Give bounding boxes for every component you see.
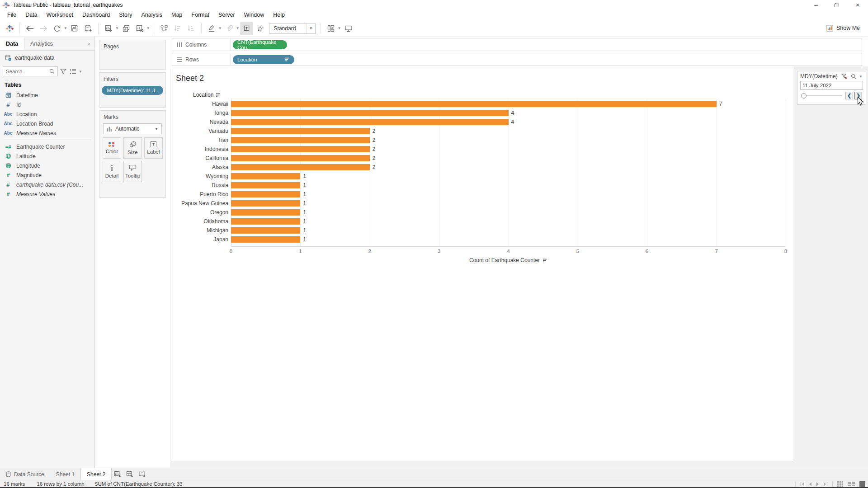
show-me-button[interactable]: Show Me (826, 22, 860, 34)
view-options-icon[interactable] (69, 68, 77, 75)
filter-pill-mdy-datetime[interactable]: MDY(Datetime): 11 J.. (102, 86, 163, 95)
columns-shelf[interactable]: Columns CNT(Earthquake Cou.. (172, 38, 862, 51)
bar-oklahoma[interactable] (231, 218, 300, 225)
menu-story[interactable]: Story (114, 10, 137, 19)
last-sheet-icon[interactable] (823, 482, 828, 486)
new-data-source-icon[interactable] (82, 22, 94, 35)
bar-michigan[interactable] (231, 227, 300, 234)
bar-hawaii[interactable] (231, 101, 717, 107)
field-measure-values[interactable]: #Measure Values (0, 189, 94, 199)
show-me-alt-icon[interactable] (325, 22, 337, 35)
clear-filter-funnel-icon[interactable] (840, 73, 848, 80)
menu-map[interactable]: Map (167, 10, 187, 19)
row-header-alaska[interactable]: Alaska (173, 164, 228, 170)
marks-size-button[interactable]: Size (123, 137, 142, 159)
show-me-alt-caret-icon[interactable]: ▼ (338, 26, 341, 30)
show-sheet-sorter-icon[interactable] (837, 481, 843, 487)
new-story-tab-button[interactable] (136, 468, 148, 480)
sort-ascending-icon[interactable] (171, 22, 184, 35)
fix-axes-pin-icon[interactable] (254, 22, 267, 35)
rows-shelf[interactable]: Rows Location (172, 53, 862, 66)
row-header-nevada[interactable]: Nevada (173, 119, 228, 125)
replay-icon[interactable] (51, 22, 63, 35)
save-button[interactable] (68, 22, 81, 35)
bar-papua-new-guinea[interactable] (231, 200, 300, 206)
field-location-broad[interactable]: AbcLocation-Broad (0, 119, 94, 128)
row-header-wyoming[interactable]: Wyoming (173, 173, 228, 179)
search-input[interactable] (5, 68, 48, 75)
quick-filter-slider[interactable]: ❮ ❯ (800, 91, 863, 100)
field-magnitude[interactable]: #Magnitude (0, 170, 94, 180)
bar-alaska[interactable] (231, 164, 370, 170)
quick-filter-caret-icon[interactable]: ▼ (859, 75, 863, 79)
bar-oregon[interactable] (231, 209, 300, 216)
header-sort-icon[interactable] (216, 93, 221, 97)
new-dashboard-tab-button[interactable] (124, 468, 136, 480)
tableau-home-icon[interactable] (3, 22, 16, 35)
slider-handle[interactable] (801, 93, 807, 99)
field-latitude[interactable]: Latitude (0, 151, 94, 161)
field-earthquake-data-csv-cou[interactable]: #earthquake-data.csv (Cou... (0, 180, 94, 189)
restore-button[interactable] (826, 0, 847, 10)
show-mark-labels-button[interactable] (241, 22, 253, 35)
row-header-iran[interactable]: Iran (173, 137, 228, 143)
menu-window[interactable]: Window (240, 10, 269, 19)
row-header-tonga[interactable]: Tonga (173, 110, 228, 116)
row-header-russia[interactable]: Russia (173, 182, 228, 188)
undo-button[interactable] (24, 22, 36, 35)
show-tabs-icon[interactable] (859, 481, 865, 487)
mark-type-dropdown[interactable]: Automatic ▼ (103, 123, 162, 134)
menu-help[interactable]: Help (269, 10, 289, 19)
bar-california[interactable] (231, 155, 370, 161)
redo-button[interactable] (37, 22, 50, 35)
menu-data[interactable]: Data (21, 10, 42, 19)
highlight-caret-icon[interactable]: ▼ (218, 26, 222, 30)
fit-selector[interactable]: Standard ▼ (269, 23, 316, 34)
next-value-button[interactable]: ❯ (854, 92, 862, 99)
tab-sheet2[interactable]: Sheet 2 (80, 468, 112, 480)
view-options-caret-icon[interactable]: ▼ (79, 70, 82, 74)
marks-tooltip-button[interactable]: Tooltip (123, 161, 142, 182)
new-worksheet-caret-icon[interactable]: ▼ (115, 26, 119, 30)
paperclip-caret-icon[interactable]: ▼ (236, 26, 240, 30)
paperclip-icon[interactable] (223, 22, 236, 35)
row-header-vanuatu[interactable]: Vanuatu (173, 128, 228, 134)
new-worksheet-icon[interactable] (102, 22, 115, 35)
clear-sheet-icon[interactable] (133, 22, 146, 35)
bar-puerto-rico[interactable] (231, 191, 300, 197)
swap-axes-icon[interactable] (158, 22, 170, 35)
show-filmstrip-icon[interactable] (848, 481, 855, 487)
field-location[interactable]: AbcLocation (0, 109, 94, 119)
replay-caret-icon[interactable]: ▼ (64, 26, 67, 30)
x-axis-title[interactable]: Count of Earthquake Counter (231, 257, 786, 263)
tab-data[interactable]: Data (0, 38, 24, 50)
location-column-header[interactable]: Location (193, 92, 221, 98)
sort-descending-icon[interactable] (185, 22, 198, 35)
tab-sheet1[interactable]: Sheet 1 (50, 468, 80, 480)
highlight-icon[interactable] (205, 22, 218, 35)
quick-filter-date-input[interactable] (800, 81, 863, 90)
tab-data-source[interactable]: Data Source (0, 468, 50, 480)
menu-format[interactable]: Format (187, 10, 214, 19)
tab-analytics[interactable]: Analytics (24, 38, 59, 50)
new-worksheet-tab-button[interactable] (112, 468, 124, 480)
presentation-mode-icon[interactable] (342, 22, 355, 35)
minimize-button[interactable]: – (806, 0, 826, 10)
fit-caret-icon[interactable]: ▼ (307, 23, 315, 33)
row-header-puerto-rico[interactable]: Puerto Rico (173, 191, 228, 197)
field-measure-names[interactable]: AbcMeasure Names (0, 128, 94, 138)
field-longitude[interactable]: Longitude (0, 161, 94, 170)
marks-label-button[interactable]: TLabel (144, 137, 163, 159)
previous-sheet-icon[interactable] (809, 482, 812, 486)
marks-detail-button[interactable]: Detail (103, 161, 121, 182)
field-earthquake-counter[interactable]: =#Earthquake Counter (0, 142, 94, 151)
close-button[interactable]: × (847, 0, 868, 10)
bar-nevada[interactable] (231, 119, 509, 125)
bar-japan[interactable] (231, 236, 300, 243)
menu-file[interactable]: File (3, 10, 21, 19)
filter-search-icon[interactable] (850, 73, 857, 80)
collapse-pane-icon[interactable]: ‹ (84, 40, 94, 47)
marks-color-button[interactable]: Color (103, 137, 121, 159)
slider-track[interactable] (802, 95, 842, 96)
row-header-oklahoma[interactable]: Oklahoma (173, 218, 228, 225)
